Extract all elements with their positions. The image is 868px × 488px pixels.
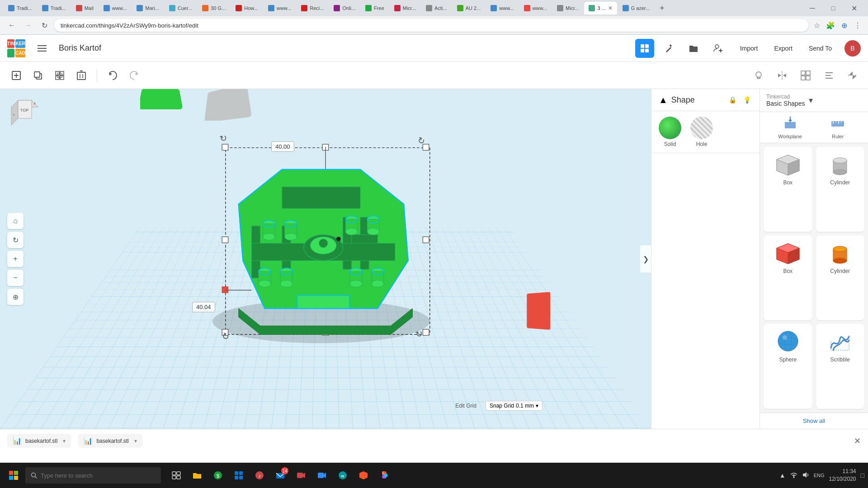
solid-type[interactable]: Solid	[659, 117, 681, 147]
mirror-button[interactable]	[774, 67, 790, 84]
undo-button[interactable]	[104, 66, 122, 84]
language-indicator[interactable]: ENG	[814, 473, 825, 478]
tab-16[interactable]: www...	[486, 2, 518, 14]
group-button[interactable]	[51, 66, 69, 84]
show-all-button[interactable]: Show all	[760, 413, 868, 429]
tab-2[interactable]: Tradi...	[38, 2, 71, 14]
tab-20[interactable]: G azer...	[618, 2, 655, 14]
snap-grid-control[interactable]: Snap Grid 0.1 mm ▾	[486, 401, 542, 411]
meet-button[interactable]	[291, 465, 311, 485]
volume-icon[interactable]	[802, 472, 809, 479]
back-button[interactable]: ←	[5, 19, 18, 32]
steam-button[interactable]: S	[208, 465, 228, 485]
download-item-1[interactable]: 📊 basekartof.stl ▾	[7, 434, 71, 448]
shape-cylinder-gray[interactable]: Cylinder	[816, 147, 865, 232]
bookmark-button[interactable]: ☆	[812, 20, 822, 30]
search-bar[interactable]	[25, 467, 161, 483]
import-button[interactable]: Import	[733, 41, 765, 56]
workplane-button[interactable]: Workplane	[766, 116, 814, 139]
forward-button[interactable]: →	[22, 19, 34, 32]
show-hidden-icons-button[interactable]: ▲	[779, 472, 786, 479]
shape-cylinder-orange[interactable]: Cylinder	[816, 235, 865, 320]
tools-button[interactable]	[660, 39, 679, 58]
tab-active-tinkercad[interactable]: 3 ... ✕	[584, 2, 617, 14]
viewport[interactable]: TOP L F ⌂ ↻ + − ⊕	[0, 89, 651, 429]
shape-box-gray[interactable]: Box	[764, 147, 812, 232]
tab-9[interactable]: www...	[264, 2, 296, 14]
search-input[interactable]	[41, 472, 156, 479]
tab-4[interactable]: www...	[99, 2, 131, 14]
model-area[interactable]: ↻ ↻ ↻ ↻	[190, 135, 461, 361]
tab-13[interactable]: Micr...	[390, 2, 420, 14]
brave-button[interactable]	[354, 465, 373, 485]
tab-12[interactable]: Free	[361, 2, 389, 14]
library-dropdown[interactable]: ▾	[809, 95, 813, 105]
shape-scribble[interactable]: Scribble	[816, 324, 865, 409]
ruler-button[interactable]: Ruler	[814, 116, 862, 139]
arduino-button[interactable]: ∞	[333, 465, 353, 485]
snap-button[interactable]	[797, 67, 814, 84]
snap-grid-dropdown[interactable]: ▾	[536, 403, 538, 409]
figma-button[interactable]	[374, 465, 394, 485]
tab-15[interactable]: AU 2...	[453, 2, 486, 14]
profile-button[interactable]: ⊕	[839, 20, 849, 30]
zoom-out-button[interactable]: −	[7, 270, 24, 286]
clock[interactable]: 11:34 12/10/2020	[829, 468, 856, 483]
align-button[interactable]	[821, 67, 837, 84]
download-item-2[interactable]: 📊 basekartof.stl ▾	[78, 434, 142, 448]
download-chevron-2[interactable]: ▾	[134, 438, 137, 444]
settings-button[interactable]: ⋮	[853, 20, 863, 30]
copy-button[interactable]	[29, 66, 47, 84]
notification-button[interactable]: □	[861, 472, 864, 479]
address-input[interactable]	[54, 19, 808, 32]
audio-player-button[interactable]: ♪	[250, 465, 269, 485]
viewport-collapse-arrow[interactable]: ❯	[640, 245, 651, 272]
hole-type[interactable]: Hole	[690, 117, 713, 147]
shape-light-icon[interactable]: 💡	[741, 94, 752, 105]
tab-1[interactable]: Tradi...	[4, 2, 37, 14]
tab-8[interactable]: How...	[231, 2, 263, 14]
download-chevron-1[interactable]: ▾	[63, 438, 66, 444]
extensions-button[interactable]: 🧩	[826, 20, 835, 30]
shape-collapse-button[interactable]: ▲	[659, 95, 668, 105]
export-button[interactable]: Export	[767, 41, 799, 56]
tab-5[interactable]: Mari...	[132, 2, 164, 14]
send-to-button[interactable]: Send To	[802, 41, 839, 56]
minimize-button[interactable]: ─	[802, 0, 823, 16]
tab-10[interactable]: Reci...	[297, 2, 328, 14]
shape-lock-icon[interactable]: 🔒	[727, 94, 738, 105]
tab-mail[interactable]: Mail	[71, 2, 98, 14]
tab-14[interactable]: Acti...	[421, 2, 452, 14]
tab-17[interactable]: www...	[519, 2, 552, 14]
delete-button[interactable]	[72, 66, 90, 84]
folder-button[interactable]	[684, 39, 703, 58]
shape-box-red[interactable]: Box	[764, 235, 812, 320]
nav-cube[interactable]: TOP L F	[9, 98, 41, 130]
tab-7[interactable]: 30 G...	[198, 2, 230, 14]
light-bulb-button[interactable]	[750, 67, 767, 84]
new-shape-button[interactable]	[7, 66, 25, 84]
redo-button[interactable]	[125, 66, 143, 84]
user-avatar[interactable]: B	[844, 40, 861, 56]
home-view-button[interactable]: ⌂	[7, 213, 24, 229]
tinkercad-logo[interactable]: TIN KER CAD	[7, 39, 25, 57]
close-window-button[interactable]: ✕	[844, 0, 864, 16]
menu-button[interactable]	[33, 39, 52, 58]
close-download-bar-button[interactable]: ✕	[854, 436, 861, 446]
tab-11[interactable]: Onli...	[329, 2, 360, 14]
file-explorer-button[interactable]	[187, 465, 207, 485]
orbit-button[interactable]: ↻	[7, 232, 24, 248]
shape-sphere-blue[interactable]: Sphere	[764, 324, 812, 409]
mail-button[interactable]: 14	[270, 465, 290, 485]
zoom-in-button[interactable]: +	[7, 251, 24, 267]
zoom-button[interactable]	[312, 465, 332, 485]
new-tab-button[interactable]: +	[655, 2, 669, 14]
tab-18[interactable]: Micr...	[552, 2, 583, 14]
maximize-button[interactable]: □	[823, 0, 844, 16]
tab-6[interactable]: Cuer...	[165, 2, 197, 14]
task-view-button[interactable]	[166, 465, 186, 485]
reload-button[interactable]: ↻	[38, 19, 51, 32]
flip-button[interactable]	[844, 67, 861, 84]
network-icon[interactable]	[790, 472, 797, 479]
grid-view-button[interactable]	[635, 39, 654, 58]
